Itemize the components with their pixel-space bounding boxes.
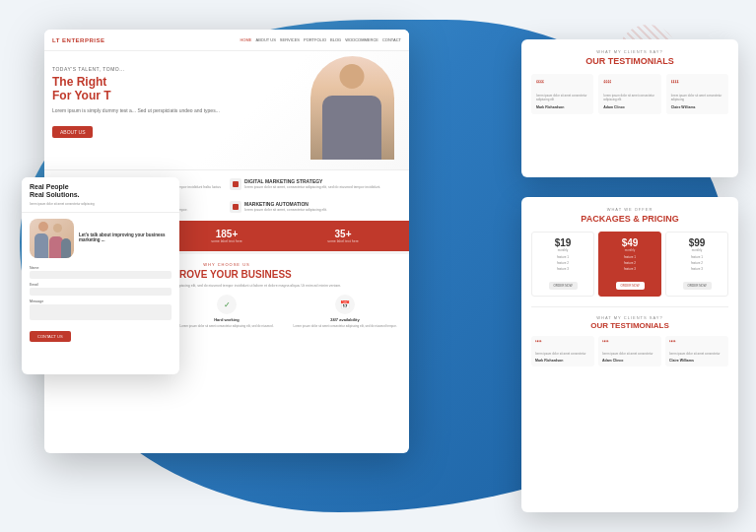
lm-people-illustration [30, 219, 74, 258]
pm-btn-1[interactable]: ORDER NOW [616, 282, 645, 290]
tm-text-2: lorem ipsum dolor sit amet consectetur a… [671, 94, 723, 101]
lm-chat-label: Let's talk about improving your business… [79, 233, 172, 242]
tm-author-2: Claire Williams [671, 105, 723, 109]
feature-title-2: 24/7 availability [289, 317, 401, 322]
feature-desc-2: Lorem ipsum dolor sit amet consectetur a… [289, 324, 401, 328]
service-desc-3: lorem ipsum dolor sit amet, consectetur … [244, 208, 327, 213]
lm-body: Let's talk about improving your business… [22, 213, 179, 348]
pm-test-title-normal: OUR [590, 321, 610, 330]
feature-title-1: Hard working [171, 317, 283, 322]
hero-title-line1: The Right [52, 75, 106, 89]
lm-form-input-name[interactable] [30, 271, 172, 279]
pm-title-highlight: & PRICING [633, 214, 679, 224]
lm-form-label-2: Email [30, 283, 172, 287]
tm-text-0: lorem ipsum dolor sit amet consectetur a… [536, 94, 588, 101]
lm-title-line2: Real Solutions. [30, 191, 80, 198]
pm-card-0: $19 monthly feature 1 feature 2 feature … [531, 232, 594, 297]
lm-form-input-message[interactable] [30, 304, 172, 320]
service-item-1: DIGITAL MARKETING STRATEGY lorem ipsum d… [230, 178, 401, 195]
pm-test-cards: ““ lorem ipsum dolor sit amet consectetu… [531, 336, 728, 366]
pm-test-title-highlight: TESTIMONIALS [610, 321, 669, 330]
feature-desc-1: Lorem ipsum dolor sit amet consectetur a… [171, 324, 283, 328]
testimonials-mockup: WHAT MY CLIENTS SAY? OUR TESTIMONIALS ““… [521, 39, 738, 177]
hero-person-illustration [310, 56, 394, 160]
feature-item-2: 📅 24/7 availability Lorem ipsum dolor si… [289, 295, 401, 332]
left-mockup: Real People Real Solutions. lorem ipsum … [22, 177, 179, 374]
pm-feature-2-1: feature 2 [671, 261, 722, 265]
tm-author-1: Adam Clinco [603, 105, 655, 109]
pm-title: PACKAGES & PRICING [531, 214, 728, 224]
pm-feature-0-1: feature 2 [537, 261, 588, 265]
nav-item-portfolio[interactable]: PORTFOLIO [304, 37, 326, 42]
lm-form-label-1: Name [30, 266, 172, 270]
pm-price-2: $99 [671, 237, 722, 248]
pricing-mockup: WHAT WE OFFER PACKAGES & PRICING $19 mon… [521, 197, 738, 512]
pm-period-1: monthly [604, 248, 655, 252]
pm-feature-1-1: feature 2 [604, 261, 655, 265]
tm-quote-0: ““ [536, 79, 588, 91]
hero-title-line2: For Your T [52, 89, 111, 102]
nav-item-contact[interactable]: CONTACT [382, 37, 401, 42]
pm-test-card-2: ““ lorem ipsum dolor sit amet consectetu… [665, 336, 728, 366]
pm-feature-1-0: feature 1 [604, 255, 655, 259]
pm-period-2: monthly [671, 248, 722, 252]
pm-test-text-0: lorem ipsum dolor sit amet consectetur [535, 352, 590, 356]
improve-title-highlight: YOUR BUSINESS [210, 269, 292, 280]
tm-quote-2: ““ [671, 79, 723, 91]
mockup-nav: LT ENTERPRISE HOME ABOUT US SERVICES POR… [44, 30, 409, 51]
tm-author-0: Mark Richardson [536, 105, 588, 109]
pm-test-author-0: Mark Richardson [535, 359, 590, 363]
stat-label-1: some label text here [211, 239, 242, 243]
stat-item-2: 35+ some label text here [327, 229, 359, 243]
service-text-1: DIGITAL MARKETING STRATEGY lorem ipsum d… [244, 178, 380, 190]
pm-feature-1-2: feature 3 [604, 267, 655, 271]
lm-people-section: Let's talk about improving your business… [30, 219, 172, 258]
tm-card-2: ““ lorem ipsum dolor sit amet consectetu… [666, 74, 728, 114]
pm-cards: $19 monthly feature 1 feature 2 feature … [531, 232, 728, 297]
tm-header: WHAT MY CLIENTS SAY? OUR TESTIMONIALS [531, 49, 728, 66]
pm-test-title: OUR TESTIMONIALS [531, 321, 728, 330]
calendar-icon: 📅 [340, 300, 350, 309]
nav-item-home[interactable]: HOME [240, 37, 251, 42]
tm-label: WHAT MY CLIENTS SAY? [531, 49, 728, 54]
stat-number-2: 35+ [327, 229, 359, 239]
lm-chat-text: Let's talk about improving your business… [79, 233, 172, 243]
pm-period-0: monthly [537, 248, 588, 252]
pm-test-author-2: Claire Williams [669, 359, 724, 363]
pm-btn-2[interactable]: ORDER NOW [683, 282, 712, 290]
pm-feature-2-0: feature 1 [671, 255, 722, 259]
pm-test-quote-2: ““ [669, 340, 724, 350]
nav-item-blog[interactable]: BLOG [330, 37, 341, 42]
tm-title: OUR TESTIMONIALS [531, 56, 728, 66]
pm-test-label: WHAT MY CLIENTS SAY? [531, 315, 728, 320]
pm-header: WHAT WE OFFER PACKAGES & PRICING [531, 207, 728, 224]
hero-cta-button[interactable]: ABOUT US [52, 126, 93, 138]
service-desc-1: lorem ipsum dolor sit amet, consectetur … [244, 185, 380, 190]
stat-item-1: 185+ some label text here [211, 229, 242, 243]
tm-title-normal: OUR [585, 56, 608, 66]
nav-item-woo[interactable]: WOOCOMMERCE [345, 37, 378, 42]
lm-form-group-2: Email [30, 283, 172, 296]
stat-number-1: 185+ [211, 229, 242, 239]
lm-submit-button[interactable]: CONTACT US [30, 331, 71, 342]
pm-card-1-featured: $49 monthly feature 1 feature 2 feature … [598, 232, 661, 297]
hero-description: Lorem ipsum is simply dummy test a... Se… [52, 107, 297, 114]
stat-label-2: some label text here [327, 239, 359, 243]
pm-test-text-1: lorem ipsum dolor sit amet consectetur [602, 352, 657, 356]
nav-item-services[interactable]: SERVICES [280, 37, 300, 42]
pm-test-card-1: ““ lorem ipsum dolor sit amet consectetu… [598, 336, 661, 366]
pm-feature-0-0: feature 1 [537, 255, 588, 259]
tm-text-1: lorem ipsum dolor sit amet consectetur a… [603, 94, 655, 101]
pm-card-2: $99 monthly feature 1 feature 2 feature … [665, 232, 728, 297]
lm-form-input-email[interactable] [30, 288, 172, 296]
hero-image [303, 61, 401, 160]
tm-card-1: ““ lorem ipsum dolor sit amet consectetu… [598, 74, 660, 114]
hero-title: The Right For Your T [52, 75, 297, 103]
pm-price-1: $49 [604, 237, 655, 248]
hero-tagline: TODAY'S TALENT, TOMO... [52, 66, 297, 72]
tm-title-highlight: TESTIMONIALS [608, 56, 674, 66]
lm-form-group-1: Name [30, 266, 172, 279]
feature-icon-calendar: 📅 [335, 295, 355, 314]
pm-btn-0[interactable]: ORDER NOW [549, 282, 578, 290]
nav-item-about[interactable]: ABOUT US [255, 37, 275, 42]
